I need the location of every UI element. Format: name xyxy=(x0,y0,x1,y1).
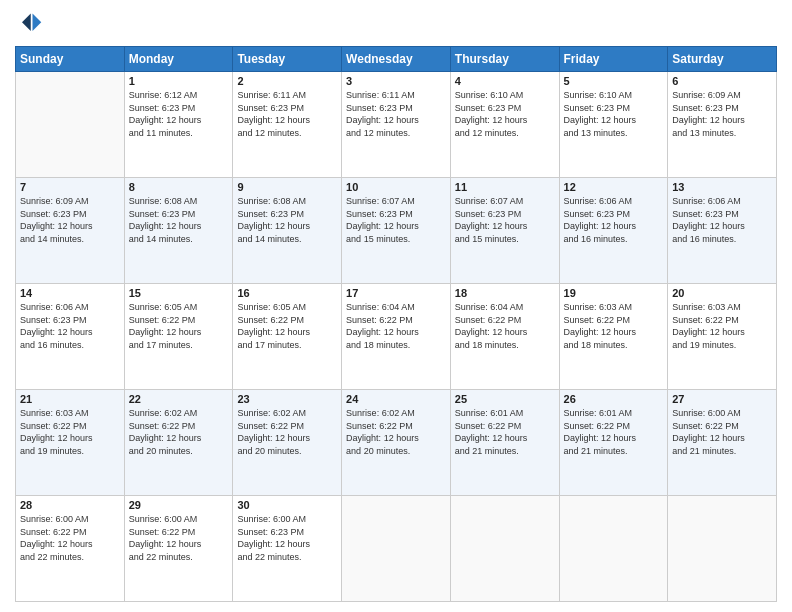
day-number: 18 xyxy=(455,287,555,299)
day-number: 27 xyxy=(672,393,772,405)
calendar-cell xyxy=(342,496,451,602)
page: SundayMondayTuesdayWednesdayThursdayFrid… xyxy=(0,0,792,612)
day-number: 23 xyxy=(237,393,337,405)
calendar-cell: 22Sunrise: 6:02 AM Sunset: 6:22 PM Dayli… xyxy=(124,390,233,496)
calendar-cell: 21Sunrise: 6:03 AM Sunset: 6:22 PM Dayli… xyxy=(16,390,125,496)
weekday-header-sunday: Sunday xyxy=(16,47,125,72)
calendar-cell: 30Sunrise: 6:00 AM Sunset: 6:23 PM Dayli… xyxy=(233,496,342,602)
day-number: 24 xyxy=(346,393,446,405)
weekday-header-saturday: Saturday xyxy=(668,47,777,72)
day-number: 13 xyxy=(672,181,772,193)
calendar-cell: 25Sunrise: 6:01 AM Sunset: 6:22 PM Dayli… xyxy=(450,390,559,496)
calendar-cell: 7Sunrise: 6:09 AM Sunset: 6:23 PM Daylig… xyxy=(16,178,125,284)
day-info: Sunrise: 6:06 AM Sunset: 6:23 PM Dayligh… xyxy=(20,301,120,351)
day-info: Sunrise: 6:03 AM Sunset: 6:22 PM Dayligh… xyxy=(20,407,120,457)
day-info: Sunrise: 6:01 AM Sunset: 6:22 PM Dayligh… xyxy=(564,407,664,457)
day-number: 16 xyxy=(237,287,337,299)
svg-marker-0 xyxy=(33,14,42,32)
day-info: Sunrise: 6:09 AM Sunset: 6:23 PM Dayligh… xyxy=(672,89,772,139)
calendar-cell: 2Sunrise: 6:11 AM Sunset: 6:23 PM Daylig… xyxy=(233,72,342,178)
calendar-cell: 11Sunrise: 6:07 AM Sunset: 6:23 PM Dayli… xyxy=(450,178,559,284)
day-info: Sunrise: 6:05 AM Sunset: 6:22 PM Dayligh… xyxy=(237,301,337,351)
day-number: 22 xyxy=(129,393,229,405)
day-info: Sunrise: 6:00 AM Sunset: 6:22 PM Dayligh… xyxy=(672,407,772,457)
calendar-cell: 6Sunrise: 6:09 AM Sunset: 6:23 PM Daylig… xyxy=(668,72,777,178)
calendar-cell xyxy=(16,72,125,178)
day-info: Sunrise: 6:10 AM Sunset: 6:23 PM Dayligh… xyxy=(564,89,664,139)
day-info: Sunrise: 6:00 AM Sunset: 6:22 PM Dayligh… xyxy=(20,513,120,563)
day-info: Sunrise: 6:07 AM Sunset: 6:23 PM Dayligh… xyxy=(455,195,555,245)
day-number: 4 xyxy=(455,75,555,87)
day-info: Sunrise: 6:11 AM Sunset: 6:23 PM Dayligh… xyxy=(346,89,446,139)
day-info: Sunrise: 6:04 AM Sunset: 6:22 PM Dayligh… xyxy=(346,301,446,351)
day-info: Sunrise: 6:12 AM Sunset: 6:23 PM Dayligh… xyxy=(129,89,229,139)
calendar-week-1: 1Sunrise: 6:12 AM Sunset: 6:23 PM Daylig… xyxy=(16,72,777,178)
day-number: 5 xyxy=(564,75,664,87)
calendar-week-4: 21Sunrise: 6:03 AM Sunset: 6:22 PM Dayli… xyxy=(16,390,777,496)
day-number: 7 xyxy=(20,181,120,193)
day-info: Sunrise: 6:00 AM Sunset: 6:23 PM Dayligh… xyxy=(237,513,337,563)
calendar-cell: 17Sunrise: 6:04 AM Sunset: 6:22 PM Dayli… xyxy=(342,284,451,390)
day-info: Sunrise: 6:04 AM Sunset: 6:22 PM Dayligh… xyxy=(455,301,555,351)
day-number: 21 xyxy=(20,393,120,405)
day-info: Sunrise: 6:03 AM Sunset: 6:22 PM Dayligh… xyxy=(672,301,772,351)
calendar-cell: 26Sunrise: 6:01 AM Sunset: 6:22 PM Dayli… xyxy=(559,390,668,496)
day-info: Sunrise: 6:06 AM Sunset: 6:23 PM Dayligh… xyxy=(564,195,664,245)
calendar-cell: 24Sunrise: 6:02 AM Sunset: 6:22 PM Dayli… xyxy=(342,390,451,496)
calendar-cell: 28Sunrise: 6:00 AM Sunset: 6:22 PM Dayli… xyxy=(16,496,125,602)
day-number: 15 xyxy=(129,287,229,299)
calendar-cell: 3Sunrise: 6:11 AM Sunset: 6:23 PM Daylig… xyxy=(342,72,451,178)
calendar-cell: 29Sunrise: 6:00 AM Sunset: 6:22 PM Dayli… xyxy=(124,496,233,602)
day-info: Sunrise: 6:00 AM Sunset: 6:22 PM Dayligh… xyxy=(129,513,229,563)
svg-marker-1 xyxy=(22,14,31,32)
calendar-cell: 8Sunrise: 6:08 AM Sunset: 6:23 PM Daylig… xyxy=(124,178,233,284)
calendar-cell: 4Sunrise: 6:10 AM Sunset: 6:23 PM Daylig… xyxy=(450,72,559,178)
logo xyxy=(15,10,47,38)
calendar-week-5: 28Sunrise: 6:00 AM Sunset: 6:22 PM Dayli… xyxy=(16,496,777,602)
calendar-header-row: SundayMondayTuesdayWednesdayThursdayFrid… xyxy=(16,47,777,72)
calendar-cell: 19Sunrise: 6:03 AM Sunset: 6:22 PM Dayli… xyxy=(559,284,668,390)
day-number: 28 xyxy=(20,499,120,511)
calendar-cell: 18Sunrise: 6:04 AM Sunset: 6:22 PM Dayli… xyxy=(450,284,559,390)
day-number: 2 xyxy=(237,75,337,87)
day-number: 19 xyxy=(564,287,664,299)
calendar-cell: 9Sunrise: 6:08 AM Sunset: 6:23 PM Daylig… xyxy=(233,178,342,284)
day-info: Sunrise: 6:02 AM Sunset: 6:22 PM Dayligh… xyxy=(237,407,337,457)
calendar-cell xyxy=(450,496,559,602)
calendar-cell: 15Sunrise: 6:05 AM Sunset: 6:22 PM Dayli… xyxy=(124,284,233,390)
day-number: 6 xyxy=(672,75,772,87)
weekday-header-friday: Friday xyxy=(559,47,668,72)
calendar-cell xyxy=(668,496,777,602)
calendar-cell: 12Sunrise: 6:06 AM Sunset: 6:23 PM Dayli… xyxy=(559,178,668,284)
day-info: Sunrise: 6:05 AM Sunset: 6:22 PM Dayligh… xyxy=(129,301,229,351)
day-number: 12 xyxy=(564,181,664,193)
day-info: Sunrise: 6:08 AM Sunset: 6:23 PM Dayligh… xyxy=(237,195,337,245)
day-number: 11 xyxy=(455,181,555,193)
day-info: Sunrise: 6:02 AM Sunset: 6:22 PM Dayligh… xyxy=(129,407,229,457)
day-number: 30 xyxy=(237,499,337,511)
day-number: 9 xyxy=(237,181,337,193)
day-number: 17 xyxy=(346,287,446,299)
day-info: Sunrise: 6:10 AM Sunset: 6:23 PM Dayligh… xyxy=(455,89,555,139)
weekday-header-thursday: Thursday xyxy=(450,47,559,72)
day-number: 26 xyxy=(564,393,664,405)
day-number: 25 xyxy=(455,393,555,405)
calendar-cell: 14Sunrise: 6:06 AM Sunset: 6:23 PM Dayli… xyxy=(16,284,125,390)
weekday-header-monday: Monday xyxy=(124,47,233,72)
day-number: 20 xyxy=(672,287,772,299)
day-number: 10 xyxy=(346,181,446,193)
calendar-week-3: 14Sunrise: 6:06 AM Sunset: 6:23 PM Dayli… xyxy=(16,284,777,390)
day-info: Sunrise: 6:03 AM Sunset: 6:22 PM Dayligh… xyxy=(564,301,664,351)
calendar-cell: 5Sunrise: 6:10 AM Sunset: 6:23 PM Daylig… xyxy=(559,72,668,178)
calendar-cell xyxy=(559,496,668,602)
day-info: Sunrise: 6:06 AM Sunset: 6:23 PM Dayligh… xyxy=(672,195,772,245)
day-info: Sunrise: 6:08 AM Sunset: 6:23 PM Dayligh… xyxy=(129,195,229,245)
day-info: Sunrise: 6:07 AM Sunset: 6:23 PM Dayligh… xyxy=(346,195,446,245)
header xyxy=(15,10,777,38)
day-number: 14 xyxy=(20,287,120,299)
day-info: Sunrise: 6:01 AM Sunset: 6:22 PM Dayligh… xyxy=(455,407,555,457)
day-number: 29 xyxy=(129,499,229,511)
calendar-body: 1Sunrise: 6:12 AM Sunset: 6:23 PM Daylig… xyxy=(16,72,777,602)
logo-icon xyxy=(15,10,43,38)
day-number: 1 xyxy=(129,75,229,87)
